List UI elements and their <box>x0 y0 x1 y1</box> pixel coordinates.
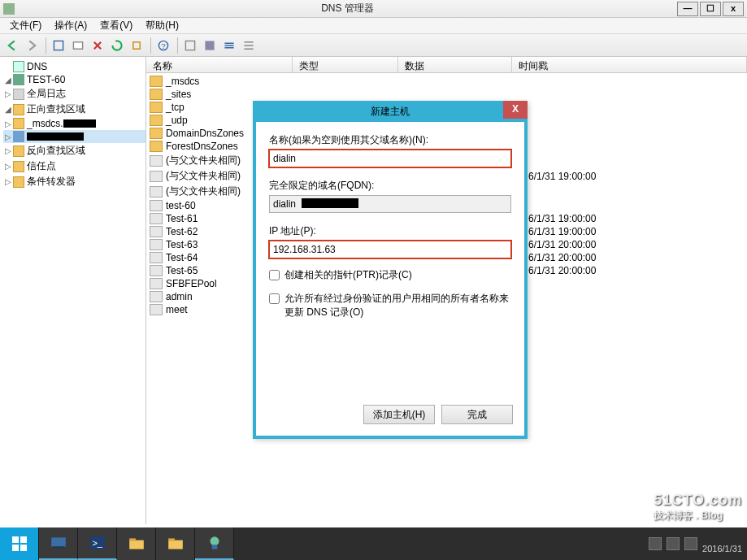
ip-label: IP 地址(P): <box>269 224 511 238</box>
name-input[interactable] <box>269 150 511 167</box>
toolbar-btn-filter2[interactable] <box>201 37 219 54</box>
tray-date: 2016/1/31 <box>702 544 742 554</box>
svg-point-19 <box>210 536 219 545</box>
col-name[interactable]: 名称 <box>146 57 293 72</box>
allow-update-label: 允许所有经过身份验证的用户用相同的所有者名称来更新 DNS 记录(O) <box>284 292 511 319</box>
menu-help[interactable]: 帮助(H) <box>139 17 185 34</box>
host-icon <box>150 291 163 302</box>
tree-forward-zone[interactable]: ◢正向查找区域 <box>3 102 145 117</box>
tree-dns-root[interactable]: DNS <box>3 60 145 73</box>
tree-trust-points[interactable]: ▷信任点 <box>3 158 145 174</box>
task-explorer[interactable] <box>117 527 156 560</box>
svg-rect-18 <box>168 538 175 540</box>
ip-input[interactable] <box>269 241 511 258</box>
tree-server[interactable]: ◢TEST-60 <box>3 73 145 86</box>
tray-network-icon[interactable] <box>667 537 680 550</box>
folder-icon <box>150 115 163 126</box>
folder-icon <box>150 76 163 87</box>
name-label: 名称(如果为空则使用其父域名称)(N): <box>269 133 511 147</box>
tray-flag-icon[interactable] <box>649 537 662 550</box>
svg-rect-12 <box>53 546 63 548</box>
folder-icon <box>13 131 24 142</box>
menu-action[interactable]: 操作(A) <box>48 17 93 34</box>
host-icon <box>150 171 163 182</box>
minimize-button[interactable]: — <box>677 2 698 16</box>
allow-update-checkbox[interactable] <box>269 293 280 304</box>
tree-msdcs-zone[interactable]: ▷_msdcs. <box>3 117 145 130</box>
tree-label: _msdcs. <box>27 118 63 129</box>
host-icon <box>150 200 163 211</box>
add-host-button[interactable]: 添加主机(H) <box>363 405 435 424</box>
list-item[interactable]: _msdcs <box>146 75 747 88</box>
tree-label: DNS <box>27 61 47 72</box>
back-button[interactable] <box>3 37 21 54</box>
host-icon <box>150 239 163 250</box>
ptr-checkbox[interactable] <box>269 270 280 280</box>
task-server-manager[interactable] <box>39 527 78 560</box>
col-timestamp[interactable]: 时间戳 <box>512 57 747 72</box>
toolbar-btn-filter1[interactable] <box>181 37 199 54</box>
menu-view[interactable]: 查看(V) <box>93 17 139 34</box>
toolbar-btn-help[interactable]: ? <box>154 37 172 54</box>
dialog-close-button[interactable]: X <box>503 101 528 119</box>
tree-cond-forwarders[interactable]: ▷条件转发器 <box>3 174 145 189</box>
task-dns-manager[interactable] <box>195 527 234 560</box>
maximize-button[interactable]: ☐ <box>700 2 721 16</box>
toolbar-btn-delete[interactable] <box>89 37 106 54</box>
folder-icon <box>13 89 24 100</box>
task-powershell[interactable]: >_ <box>78 527 117 560</box>
toolbar-btn-refresh[interactable] <box>108 37 126 54</box>
tree-label: 信任点 <box>27 159 56 173</box>
svg-rect-1 <box>73 41 82 48</box>
dns-icon <box>13 61 24 72</box>
col-data[interactable]: 数据 <box>398 57 512 72</box>
svg-rect-6 <box>205 41 214 50</box>
tree-reverse-zone[interactable]: ▷反向查找区域 <box>3 143 145 158</box>
separator <box>46 37 46 54</box>
ptr-label: 创建相关的指针(PTR)记录(C) <box>284 268 412 282</box>
tray-clock[interactable]: 2016/1/31 <box>702 533 742 554</box>
toolbar-btn-list[interactable] <box>240 37 258 54</box>
svg-rect-7 <box>12 536 19 543</box>
svg-rect-5 <box>185 41 194 50</box>
list-item[interactable]: _sites <box>146 88 747 101</box>
taskbar: >_ 2016/1/31 <box>0 527 747 560</box>
item-timestamp: 6/1/31 20:00:00 <box>528 239 596 250</box>
folder-icon <box>13 118 24 129</box>
host-icon <box>150 155 163 167</box>
tree-zone-selected[interactable]: ▷ <box>3 130 145 143</box>
window-title: DNS 管理器 <box>20 2 675 15</box>
host-icon <box>150 304 163 315</box>
svg-text:>_: >_ <box>92 538 102 548</box>
redacted <box>63 119 96 128</box>
svg-rect-16 <box>129 538 136 540</box>
dialog-titlebar[interactable]: 新建主机 X <box>253 101 528 122</box>
toolbar: ? <box>0 34 747 57</box>
tree-label: 反向查找区域 <box>27 144 85 158</box>
menubar: 文件(F) 操作(A) 查看(V) 帮助(H) <box>0 18 747 34</box>
close-button[interactable]: x <box>723 2 744 16</box>
watermark-main: 51CTO.com <box>654 492 742 509</box>
folder-icon <box>150 128 163 139</box>
windows-icon <box>11 536 28 552</box>
menu-file[interactable]: 文件(F) <box>3 17 48 34</box>
dialog-buttons: 添加主机(H) 完成 <box>357 405 513 424</box>
watermark: 51CTO.com 技术博客 . Blog <box>654 492 742 523</box>
toolbar-btn-new[interactable] <box>69 37 87 54</box>
col-type[interactable]: 类型 <box>293 57 398 72</box>
done-button[interactable]: 完成 <box>441 405 513 424</box>
svg-rect-11 <box>51 537 66 546</box>
start-button[interactable] <box>0 527 39 560</box>
item-name: _msdcs <box>166 76 296 87</box>
toolbar-btn-1[interactable] <box>50 37 67 54</box>
tree-label: 正向查找区域 <box>27 102 85 116</box>
toolbar-btn-export[interactable] <box>128 37 145 54</box>
item-timestamp: 6/1/31 19:00:00 <box>528 226 596 237</box>
forward-button[interactable] <box>23 37 41 54</box>
tray-sound-icon[interactable] <box>684 537 697 550</box>
fqdn-label: 完全限定的域名(FQDN): <box>269 179 511 193</box>
tree-global-log[interactable]: ▷全局日志 <box>3 86 145 102</box>
task-explorer-2[interactable] <box>156 527 195 560</box>
item-name: _sites <box>166 89 296 100</box>
toolbar-btn-filter3[interactable] <box>220 37 238 54</box>
